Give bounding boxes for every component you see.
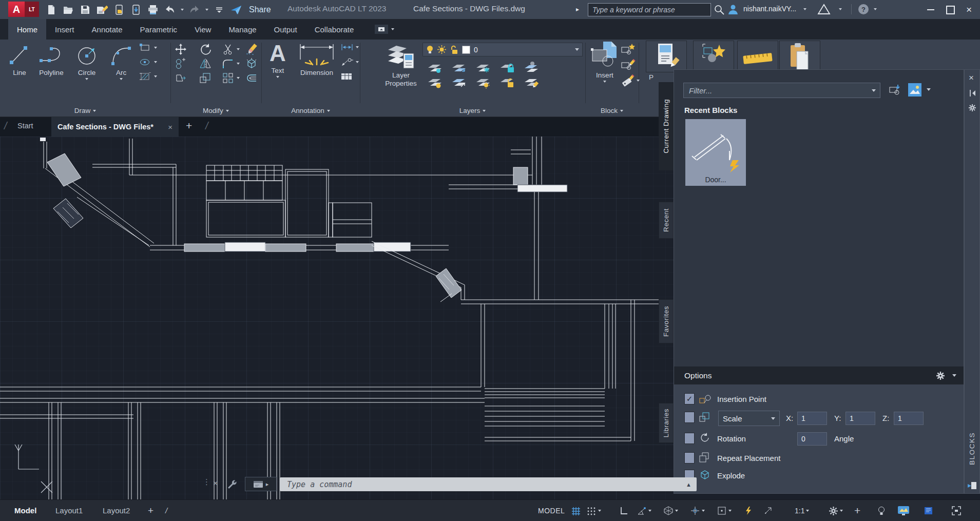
array-dropdown-icon[interactable] xyxy=(237,77,240,79)
scale-dropdown-icon[interactable] xyxy=(806,510,809,512)
filter-input[interactable] xyxy=(684,86,872,95)
tab-view[interactable]: View xyxy=(186,19,220,40)
annotation-visibility-toggle[interactable] xyxy=(743,504,754,518)
hardware-acceleration-button[interactable] xyxy=(923,504,934,518)
open-from-web-mobile-icon[interactable] xyxy=(113,4,125,16)
layer-make-current-icon[interactable] xyxy=(524,61,539,73)
snap-mode-toggle[interactable] xyxy=(586,504,601,518)
redo-button[interactable] xyxy=(188,4,201,16)
graphics-performance-button[interactable] xyxy=(897,504,911,518)
maximize-button[interactable] xyxy=(946,6,955,14)
mirror-tool-button[interactable] xyxy=(199,57,212,70)
measure-tool-button[interactable] xyxy=(737,41,778,72)
ellipse-dropdown-icon[interactable] xyxy=(154,61,157,63)
insert-dropdown-icon[interactable] xyxy=(603,81,606,83)
title-expand-icon[interactable]: ▸ xyxy=(576,6,579,13)
share-button[interactable]: Share xyxy=(249,5,271,14)
customize-quick-access-icon[interactable] xyxy=(213,4,225,16)
layer-off-icon[interactable] xyxy=(427,76,443,89)
palette-title-vertical[interactable]: BLOCKS xyxy=(968,432,976,465)
polar-dropdown-icon[interactable] xyxy=(648,510,651,512)
circle-dropdown-icon[interactable] xyxy=(85,78,88,80)
undo-dropdown-icon[interactable] xyxy=(181,9,184,11)
scale-tool-button[interactable] xyxy=(199,72,212,84)
line-tool-button[interactable]: Line xyxy=(5,42,34,76)
palette-close-icon[interactable]: × xyxy=(969,73,974,83)
annotation-plus-button[interactable]: + xyxy=(854,504,860,518)
repeat-placement-checkbox[interactable] xyxy=(684,452,695,464)
user-avatar-icon[interactable] xyxy=(727,4,739,15)
layer-lock-icon[interactable] xyxy=(499,61,515,73)
tab-insert[interactable]: Insert xyxy=(46,19,83,40)
workspace-dropdown-icon[interactable] xyxy=(840,510,843,512)
recent-commands-button[interactable]: ▸ xyxy=(245,477,277,491)
undo-button[interactable] xyxy=(164,4,176,16)
palettes-panel-label[interactable]: P xyxy=(649,73,654,81)
fillet-tool-button[interactable] xyxy=(222,57,240,70)
polar-tracking-toggle[interactable] xyxy=(637,504,651,518)
palette-bottom-icon[interactable] xyxy=(967,480,977,491)
layers-panel-label[interactable]: Layers xyxy=(360,107,585,114)
object-snap-tracking-toggle[interactable] xyxy=(690,504,705,518)
tab-output[interactable]: Output xyxy=(265,19,306,40)
layer-match-icon[interactable] xyxy=(451,76,467,89)
options-gear-icon[interactable] xyxy=(936,371,945,380)
modify-panel-label[interactable]: Modify xyxy=(170,107,261,114)
layer-dropdown-caret-icon[interactable] xyxy=(575,48,579,51)
ribbon-display-toggle-icon[interactable] xyxy=(375,25,388,34)
options-collapse-icon[interactable] xyxy=(952,374,956,377)
close-button[interactable]: × xyxy=(966,4,972,15)
move-tool-button[interactable] xyxy=(175,43,187,55)
command-customize-wrench-icon[interactable] xyxy=(226,478,238,490)
trim-tool-button[interactable] xyxy=(222,43,240,55)
command-input[interactable] xyxy=(280,480,686,489)
copy-tool-button[interactable] xyxy=(175,57,187,70)
draw-panel-label[interactable]: Draw xyxy=(0,107,170,114)
palette-tab-recent[interactable]: Recent xyxy=(659,202,674,239)
layout1-tab[interactable]: Layout1 xyxy=(55,500,83,521)
y-input[interactable] xyxy=(846,412,875,424)
iso-dropdown-icon[interactable] xyxy=(675,510,678,512)
workspace-switching-button[interactable] xyxy=(829,504,843,518)
tab-manage[interactable]: Manage xyxy=(220,19,265,40)
block-panel-label[interactable]: Block xyxy=(585,107,639,114)
tab-collaborate[interactable]: Collaborate xyxy=(306,19,363,40)
leader-dropdown-icon[interactable] xyxy=(356,61,359,63)
osnap-dropdown-icon[interactable] xyxy=(728,510,732,512)
modify-panel-expand-icon[interactable] xyxy=(226,110,229,112)
new-tab-button[interactable]: + xyxy=(186,120,192,132)
layers-panel-expand-icon[interactable] xyxy=(483,110,486,112)
palette-auto-hide-icon[interactable] xyxy=(969,89,976,97)
stretch-tool-button[interactable] xyxy=(175,72,187,84)
hatch-tool-button[interactable] xyxy=(140,72,157,81)
explode-tool-button[interactable] xyxy=(245,57,258,70)
minimize-button[interactable] xyxy=(927,9,934,10)
command-close-icon[interactable]: × xyxy=(213,479,218,488)
linear-dimension-dropdown-icon[interactable] xyxy=(356,46,359,48)
annotation-panel-expand-icon[interactable] xyxy=(327,110,330,112)
new-file-icon[interactable] xyxy=(45,4,57,16)
draw-panel-expand-icon[interactable] xyxy=(93,110,96,112)
save-to-web-mobile-icon[interactable] xyxy=(130,4,142,16)
thumbnail-view-icon[interactable] xyxy=(908,83,921,97)
clean-screen-button[interactable] xyxy=(951,504,962,518)
layer-freeze-icon[interactable] xyxy=(475,61,491,73)
tab-annotate[interactable]: Annotate xyxy=(83,19,131,40)
autocad-logo-icon[interactable]: A LT xyxy=(8,2,39,17)
command-history-up-icon[interactable]: ▲ xyxy=(686,481,691,488)
save-as-icon[interactable] xyxy=(96,4,108,16)
create-block-button[interactable] xyxy=(621,44,636,55)
polyline-tool-button[interactable]: Polyline xyxy=(35,42,68,76)
ortho-mode-toggle[interactable] xyxy=(619,504,629,518)
circle-tool-button[interactable]: Circle xyxy=(71,42,103,80)
properties-palette-button[interactable] xyxy=(646,41,687,72)
array-tool-button[interactable] xyxy=(222,72,240,84)
rotation-checkbox[interactable] xyxy=(684,433,695,444)
options-header[interactable]: Options xyxy=(674,366,964,384)
help-dropdown-icon[interactable] xyxy=(874,8,877,10)
layer-properties-button[interactable]: Layer Properties xyxy=(381,41,421,88)
plot-icon[interactable] xyxy=(147,4,159,16)
leader-tool-button[interactable] xyxy=(341,58,359,66)
layer-unlock-all-icon[interactable] xyxy=(499,76,515,89)
paste-button[interactable] xyxy=(779,41,820,72)
